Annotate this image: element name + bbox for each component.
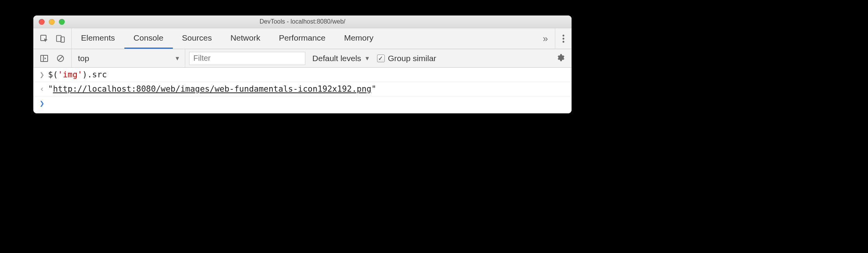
- code-punct: (: [53, 70, 58, 79]
- tab-label: Sources: [182, 33, 212, 43]
- tab-elements[interactable]: Elements: [72, 28, 124, 49]
- tab-sources[interactable]: Sources: [173, 28, 221, 49]
- group-similar-label: Group similar: [388, 54, 436, 63]
- tab-memory[interactable]: Memory: [335, 28, 383, 49]
- input-prompt-icon: ❯: [40, 70, 48, 79]
- code-dot: .: [87, 70, 92, 79]
- panel-tabs: Elements Console Sources Network Perform…: [72, 28, 536, 49]
- console-entered-expression: $('img').src: [48, 70, 107, 79]
- settings-menu-button[interactable]: [555, 28, 572, 49]
- svg-rect-6: [41, 55, 48, 62]
- tab-label: Network: [231, 33, 260, 43]
- device-toolbar-icon[interactable]: [56, 34, 65, 43]
- console-result-value: "http://localhost:8080/web/images/web-fu…: [48, 84, 376, 94]
- code-fn: $: [48, 70, 53, 79]
- svg-line-9: [58, 56, 62, 60]
- svg-point-5: [563, 41, 565, 43]
- tab-performance[interactable]: Performance: [270, 28, 335, 49]
- console-result-row: ‹ "http://localhost:8080/web/images/web-…: [33, 82, 572, 96]
- tab-console[interactable]: Console: [124, 28, 173, 49]
- code-prop: src: [92, 70, 107, 79]
- console-settings-button[interactable]: [549, 53, 572, 63]
- code-string: 'img': [58, 70, 82, 79]
- result-quote: ": [48, 84, 53, 94]
- svg-point-3: [563, 34, 565, 36]
- filter-input[interactable]: [189, 52, 305, 65]
- log-levels-select[interactable]: Default levels ▼: [312, 54, 370, 63]
- zoom-icon[interactable]: [59, 19, 65, 25]
- context-selected-label: top: [78, 54, 89, 63]
- chevron-down-icon: ▼: [364, 55, 370, 62]
- code-punct: ): [83, 70, 88, 79]
- window-titlebar: DevTools - localhost:8080/web/: [33, 15, 572, 28]
- minimize-icon[interactable]: [49, 19, 55, 25]
- result-url-link[interactable]: http://localhost:8080/web/images/web-fun…: [53, 84, 372, 94]
- chevron-double-right-icon: »: [543, 33, 548, 44]
- console-log-area: ❯ $('img').src ‹ "http://localhost:8080/…: [33, 68, 572, 113]
- execution-context-select[interactable]: top ▼: [72, 49, 185, 67]
- active-prompt-icon: ❯: [40, 99, 48, 108]
- inspect-element-icon[interactable]: [40, 34, 49, 43]
- console-toolbar: top ▼ Default levels ▼ ✓ Group similar: [33, 49, 572, 68]
- levels-label: Default levels: [312, 54, 361, 63]
- inspector-controls: [33, 28, 72, 49]
- close-icon[interactable]: [39, 19, 45, 25]
- gear-icon: [556, 53, 565, 62]
- window-title: DevTools - localhost:8080/web/: [33, 18, 572, 25]
- console-input-row: ❯ $('img').src: [33, 68, 572, 82]
- main-toolbar: Elements Console Sources Network Perform…: [33, 28, 572, 49]
- tab-label: Memory: [344, 33, 374, 43]
- tab-network[interactable]: Network: [221, 28, 270, 49]
- result-prompt-icon: ‹: [40, 84, 48, 94]
- tab-label: Elements: [81, 33, 115, 43]
- clear-console-icon[interactable]: [56, 54, 65, 63]
- tab-label: Performance: [279, 33, 326, 43]
- checkbox-checked-icon: ✓: [377, 55, 385, 62]
- more-tabs-button[interactable]: »: [536, 28, 555, 49]
- chevron-down-icon: ▼: [174, 55, 180, 62]
- kebab-icon: [562, 34, 565, 43]
- svg-point-4: [563, 38, 565, 39]
- window-controls: [33, 19, 65, 25]
- devtools-window: DevTools - localhost:8080/web/ Elements …: [33, 15, 572, 113]
- console-left-controls: [33, 49, 72, 67]
- group-similar-toggle[interactable]: ✓ Group similar: [377, 54, 436, 63]
- tab-label: Console: [134, 33, 164, 43]
- toggle-sidebar-icon[interactable]: [40, 54, 49, 63]
- console-active-prompt-row[interactable]: ❯: [33, 96, 572, 113]
- result-quote: ": [371, 84, 376, 94]
